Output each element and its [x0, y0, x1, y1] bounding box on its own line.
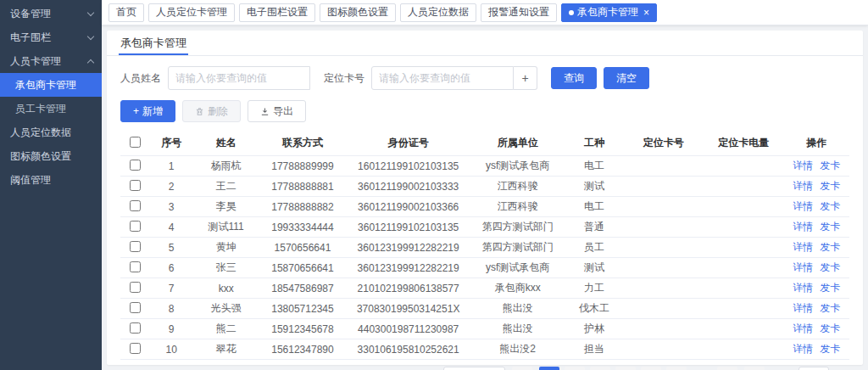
sidebar-item-icon-color-settings[interactable]: 图标颜色设置 [0, 144, 102, 168]
page-ellipsis[interactable]: ··· [692, 367, 712, 370]
close-icon[interactable]: × [643, 8, 649, 18]
page-title[interactable]: 承包商卡管理 [119, 31, 188, 55]
cell-index: 10 [149, 339, 193, 360]
sidebar-item-label: 人员卡管理 [10, 54, 61, 69]
row-checkbox[interactable] [130, 261, 141, 272]
row-checkbox[interactable] [130, 343, 141, 354]
issue-card-link[interactable]: 发卡 [820, 241, 840, 253]
row-select-cell [120, 217, 149, 238]
detail-link[interactable]: 详情 [793, 343, 813, 355]
detail-link[interactable]: 详情 [793, 180, 813, 192]
table-row: 4测试11119933334444360121199102103135第四方测试… [120, 217, 849, 238]
sidebar-item-label: 设备管理 [10, 7, 51, 21]
sidebar-item-device-management[interactable]: 设备管理 [0, 2, 102, 25]
export-button[interactable]: 导出 [248, 100, 306, 122]
page-button[interactable]: 2 [565, 367, 585, 370]
sidebar: 设备管理 电子围栏 人员卡管理 承包商卡管理 员工卡管理 人员定位数据 图标颜色… [0, 0, 102, 370]
cell-phone: 19933334444 [259, 217, 346, 238]
cell-job: 测试 [565, 258, 624, 278]
row-select-cell [120, 156, 149, 177]
tab-bar: 首页人员定位卡管理电子围栏设置图标颜色设置人员定位数据报警通知设置承包商卡管理× [102, 0, 868, 25]
row-checkbox[interactable] [130, 221, 141, 232]
page-size-select[interactable]: 10条/页 [443, 367, 505, 370]
detail-link[interactable]: 详情 [793, 322, 813, 334]
tab-item[interactable]: 图标颜色设置 [320, 3, 396, 22]
issue-card-link[interactable]: 发卡 [820, 160, 840, 171]
issue-card-link[interactable]: 发卡 [820, 302, 840, 314]
table-row: 10翠花15612347890330106195810252621熊出没2担当详… [120, 339, 849, 360]
cell-name: 光头强 [193, 299, 259, 319]
cell-id_card: 160121199102103135 [347, 156, 470, 177]
cell-job: 力工 [565, 278, 624, 299]
cell-id_card: 360123199912282219 [347, 258, 470, 278]
pagination: 共 103 条 10条/页 123456···11 前往 页 [107, 360, 863, 370]
issue-card-link[interactable]: 发卡 [820, 180, 840, 192]
select-all-checkbox[interactable] [130, 137, 141, 148]
sidebar-item-threshold-management[interactable]: 阈值管理 [0, 168, 102, 192]
delete-button[interactable]: 删除 [182, 100, 241, 122]
detail-link[interactable]: 详情 [793, 200, 813, 212]
row-checkbox[interactable] [130, 302, 141, 313]
location-card-input[interactable] [371, 66, 514, 90]
sidebar-item-person-card-management[interactable]: 人员卡管理 [0, 49, 102, 73]
issue-card-link[interactable]: 发卡 [820, 221, 840, 233]
row-checkbox[interactable] [130, 200, 141, 211]
cell-index: 9 [149, 319, 193, 339]
tab-item[interactable]: 人员定位数据 [400, 3, 476, 22]
sidebar-subitem-label: 员工卡管理 [15, 102, 66, 116]
sidebar-item-person-location-data[interactable]: 人员定位数据 [0, 121, 102, 144]
row-checkbox[interactable] [130, 241, 141, 252]
detail-link[interactable]: 详情 [793, 221, 813, 233]
row-checkbox[interactable] [130, 282, 141, 293]
tab-active[interactable]: 承包商卡管理× [561, 3, 657, 22]
plus-icon: + [133, 105, 139, 117]
person-name-input[interactable] [168, 66, 310, 90]
add-button[interactable]: + 新增 [120, 100, 175, 122]
prev-page-button[interactable] [512, 367, 532, 370]
add-condition-button[interactable]: + [514, 66, 537, 90]
sidebar-item-electronic-fence[interactable]: 电子围栏 [0, 25, 102, 49]
page-button[interactable]: 5 [641, 367, 661, 370]
tab-item[interactable]: 首页 [108, 3, 144, 22]
issue-card-link[interactable]: 发卡 [820, 343, 840, 355]
row-checkbox[interactable] [130, 180, 141, 191]
page-button[interactable]: 11 [717, 367, 737, 370]
detail-link[interactable]: 详情 [793, 282, 813, 294]
issue-card-link[interactable]: 发卡 [820, 200, 840, 212]
page-button[interactable]: 3 [590, 367, 610, 370]
query-button[interactable]: 查询 [551, 67, 597, 89]
tab-label: 电子围栏设置 [247, 5, 308, 20]
cell-card_no [623, 299, 704, 319]
sidebar-subitem-contractor-card-management[interactable]: 承包商卡管理 [0, 73, 102, 97]
chevron-down-icon [87, 32, 94, 39]
page-button[interactable]: 1 [539, 367, 559, 370]
next-page-button[interactable] [744, 367, 765, 370]
issue-card-link[interactable]: 发卡 [820, 282, 840, 294]
detail-link[interactable]: 详情 [793, 261, 813, 273]
cell-job: 护林 [565, 319, 624, 339]
page-button[interactable]: 4 [615, 367, 636, 370]
detail-link[interactable]: 详情 [793, 241, 813, 253]
clear-button[interactable]: 清空 [604, 67, 649, 89]
cell-actions: 详情发卡 [784, 299, 849, 319]
sidebar-subitem-employee-card-management[interactable]: 员工卡管理 [0, 97, 102, 121]
tab-item[interactable]: 人员定位卡管理 [148, 3, 235, 22]
table-row: 7kxx18547586987210102199806138577承包商kxx力… [120, 278, 849, 299]
tab-item[interactable]: 电子围栏设置 [239, 3, 315, 22]
page-button[interactable]: 6 [666, 367, 687, 370]
detail-link[interactable]: 详情 [793, 160, 813, 171]
cell-card_no [623, 339, 704, 360]
row-select-cell [120, 319, 149, 339]
issue-card-link[interactable]: 发卡 [820, 261, 840, 273]
row-select-cell [120, 197, 149, 217]
cell-phone: 17788889999 [259, 156, 346, 177]
cell-name: 黄坤 [193, 238, 259, 258]
cell-battery [704, 258, 784, 278]
row-checkbox[interactable] [130, 160, 141, 171]
row-checkbox[interactable] [130, 322, 141, 334]
issue-card-link[interactable]: 发卡 [820, 322, 840, 334]
goto-page-input[interactable] [798, 367, 829, 370]
cell-phone: 17788888882 [259, 197, 346, 217]
detail-link[interactable]: 详情 [793, 302, 813, 314]
tab-item[interactable]: 报警通知设置 [481, 3, 557, 22]
